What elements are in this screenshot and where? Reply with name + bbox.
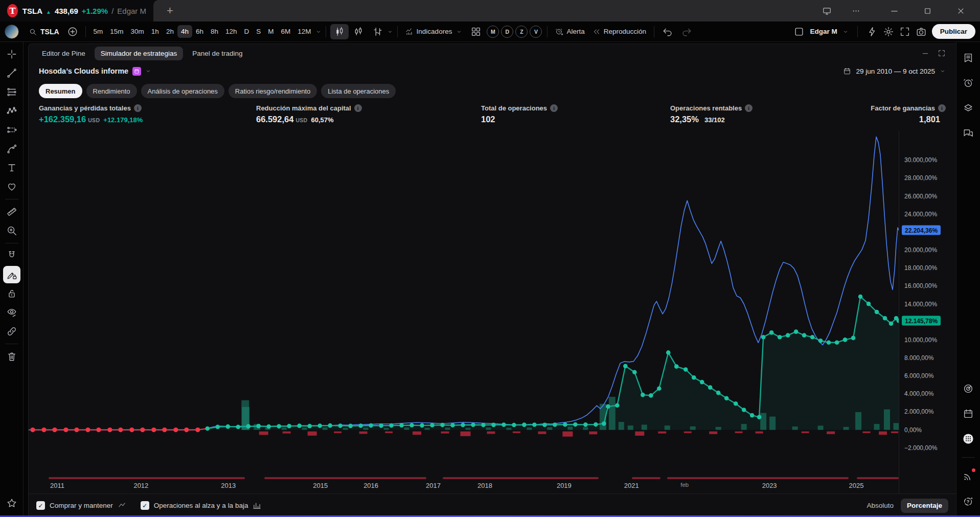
info-icon[interactable]: i [550, 104, 558, 112]
chart-type-hollow-candles-button[interactable] [349, 24, 368, 39]
alerts-icon[interactable] [960, 74, 977, 92]
indicators-chevron-down-icon[interactable] [456, 29, 462, 35]
user-avatar[interactable] [5, 25, 19, 39]
chart-type-chevron-down-icon[interactable] [387, 29, 393, 35]
timeframe-button[interactable]: S [253, 25, 264, 38]
data-feed-icon[interactable] [960, 467, 977, 485]
report-subtab[interactable]: Resumen [39, 84, 82, 98]
new-tab-button[interactable]: + [167, 4, 173, 17]
object-tree-icon[interactable] [960, 99, 977, 117]
browser-tab[interactable]: T TSLA ▲ 438,69 +1.29% / Edgar M [0, 0, 153, 21]
fullscreen-icon[interactable] [899, 26, 910, 37]
timeframe-button[interactable]: 12h [222, 25, 241, 38]
timeframe-button[interactable]: 4h [177, 25, 192, 38]
magnet-tool[interactable] [3, 247, 20, 264]
layout-letter-button[interactable]: M [487, 26, 499, 38]
timeframe-button[interactable]: 6M [278, 25, 294, 38]
undo-button[interactable] [658, 24, 677, 39]
timeframe-chevron-down-icon[interactable] [315, 29, 322, 35]
panel-tab[interactable]: Editor de Pine [36, 47, 92, 60]
panel-minimize-icon[interactable] [921, 49, 929, 57]
quick-actions-icon[interactable] [867, 26, 878, 37]
report-subtab[interactable]: Rendimiento [86, 84, 137, 98]
layout-name[interactable]: Edgar M [810, 28, 837, 35]
info-icon[interactable]: i [354, 104, 362, 112]
info-icon[interactable]: i [745, 104, 753, 112]
layout-letter-button[interactable]: Z [515, 26, 528, 38]
redo-button[interactable] [677, 24, 696, 39]
time-axis[interactable]: 201120122013201520162017201820192021feb2… [29, 475, 899, 493]
absolute-mode-button[interactable]: Absoluto [867, 502, 894, 509]
symbol-search[interactable]: TSLA [25, 26, 63, 38]
camera-snapshot-icon[interactable] [916, 26, 927, 37]
replay-button[interactable]: Reproducción [589, 26, 650, 38]
timeframe-button[interactable]: 2h [163, 25, 177, 38]
text-tool[interactable] [3, 159, 20, 176]
timeframe-button[interactable]: 15m [106, 25, 127, 38]
screener-icon[interactable] [960, 380, 977, 397]
chat-icon[interactable] [960, 124, 977, 142]
trendline-tool[interactable] [3, 64, 20, 82]
lock-all-drawings-tool[interactable] [3, 285, 20, 302]
timeframe-button[interactable]: 6h [192, 25, 207, 38]
crosshair-tool[interactable] [3, 46, 20, 63]
apps-grid-icon[interactable] [960, 430, 977, 447]
long-short-toggle[interactable]: ✓ Operaciones al alza y a la baja [141, 501, 262, 510]
chart-type-bars-button[interactable] [368, 24, 386, 39]
remove-drawings-tool[interactable] [3, 348, 20, 365]
performance-chart[interactable] [29, 131, 899, 475]
favorites-star-icon[interactable] [3, 494, 20, 512]
strategy-chevron-down-icon[interactable] [145, 68, 151, 74]
settings-gear-icon[interactable] [883, 26, 894, 37]
date-range-picker[interactable]: 29 jun 2010 — 9 oct 2025 [843, 67, 946, 75]
percent-mode-button[interactable]: Porcentaje [901, 499, 948, 513]
window-close-button[interactable] [956, 6, 966, 16]
monitor-icon[interactable] [822, 6, 832, 16]
panel-expand-icon[interactable] [938, 49, 946, 57]
compare-add-icon[interactable] [67, 26, 78, 37]
checkbox-checked[interactable]: ✓ [36, 501, 45, 510]
info-icon[interactable]: i [938, 104, 946, 112]
timeframe-button[interactable]: 30m [127, 25, 148, 38]
layout-letter-button[interactable]: D [501, 26, 513, 38]
report-subtab[interactable]: Análisis de operaciones [141, 84, 224, 98]
layout-chevron-down-icon[interactable] [842, 29, 849, 35]
emoji-tool[interactable] [3, 178, 20, 195]
panel-tab[interactable]: Simulador de estrategias [95, 47, 183, 60]
layout-single-icon[interactable] [793, 26, 805, 37]
buy-hold-toggle[interactable]: ✓ Comprar y mantener [36, 501, 126, 510]
timeframe-button[interactable]: 8h [207, 25, 222, 38]
zoom-in-tool[interactable] [3, 222, 20, 239]
calendar-icon[interactable] [960, 405, 977, 422]
link-tool[interactable] [3, 323, 20, 340]
arc-tool[interactable] [3, 140, 20, 158]
xabcd-pattern-tool[interactable] [3, 102, 20, 120]
layout-grid-icon[interactable] [467, 24, 485, 39]
timeframe-button[interactable]: 1h [148, 25, 163, 38]
timeframe-button[interactable]: D [241, 25, 253, 38]
publish-button[interactable]: Publicar [932, 24, 975, 39]
panel-tab[interactable]: Panel de trading [186, 47, 248, 60]
report-subtab[interactable]: Ratios riesgo/rendimiento [229, 84, 317, 98]
layout-letter-button[interactable]: V [530, 26, 542, 38]
help-icon[interactable]: ? [960, 492, 977, 510]
indicators-button[interactable]: Indicadores [402, 26, 456, 38]
price-axis[interactable]: 30.000,00%28.000,00%26.000,00%24.000,00%… [899, 131, 956, 475]
report-subtab[interactable]: Lista de operaciones [321, 84, 396, 98]
timeframe-button[interactable]: 12M [294, 25, 314, 38]
overflow-menu-icon[interactable] [851, 6, 861, 16]
checkbox-checked[interactable]: ✓ [141, 501, 149, 510]
strategy-title[interactable]: Hosoda’s Clouds informe [39, 67, 128, 75]
info-icon[interactable]: i [134, 104, 142, 112]
drawing-lock-tool[interactable] [3, 266, 20, 283]
timeframe-button[interactable]: 5m [90, 25, 107, 38]
window-maximize-button[interactable] [923, 6, 932, 16]
deep-backtest-icon[interactable] [132, 67, 141, 76]
watchlist-icon[interactable] [960, 49, 977, 66]
alert-button[interactable]: Alerta [552, 26, 588, 38]
window-minimize-button[interactable] [890, 6, 899, 16]
hide-drawings-tool[interactable] [3, 304, 20, 321]
measure-tool[interactable] [3, 203, 20, 220]
forecast-tool[interactable] [3, 121, 20, 139]
timeframe-button[interactable]: M [264, 25, 277, 38]
